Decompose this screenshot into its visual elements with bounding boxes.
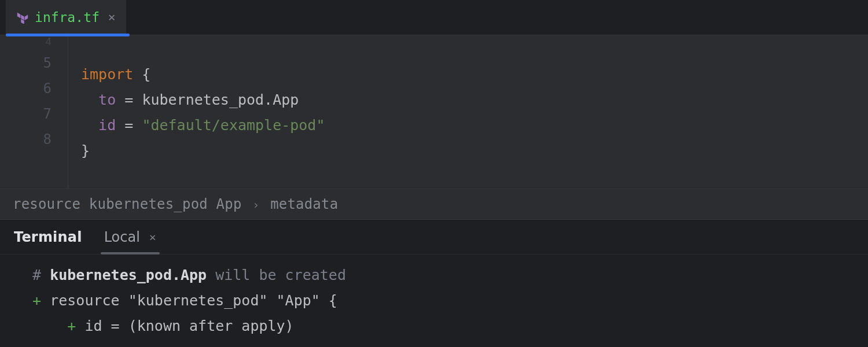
code-line[interactable]: to = kubernetes_pod.App	[81, 87, 325, 113]
terraform-icon	[16, 11, 29, 24]
code-content[interactable]: import { to = kubernetes_pod.App id = "d…	[68, 36, 325, 189]
terminal-output[interactable]: # kubernetes_pod.App will be created + r…	[0, 254, 868, 347]
code-area: 45678 import { to = kubernetes_pod.App i…	[0, 35, 868, 189]
panel-title[interactable]: Terminal	[14, 229, 82, 245]
line-number: 7	[0, 101, 52, 127]
svg-marker-0	[17, 13, 20, 19]
code-line[interactable]: import {	[81, 62, 325, 87]
terminal-line: + resource "kubernetes_pod" "App" {	[15, 288, 853, 313]
terminal-tab-local[interactable]: Local ×	[104, 220, 156, 254]
terminal-line: # kubernetes_pod.App will be created	[15, 263, 853, 288]
panel-tab-bar: Terminal Local ×	[0, 220, 868, 254]
line-number-gutter: 45678	[0, 36, 68, 189]
terminal-active-tab-indicator	[101, 252, 160, 254]
terminal-line: + id = (known after apply)	[15, 313, 853, 339]
editor-tab-bar: infra.tf ×	[0, 0, 868, 35]
line-number: 5	[0, 50, 52, 76]
code-line[interactable]: }	[81, 138, 325, 164]
close-icon[interactable]: ×	[149, 230, 156, 244]
terminal-panel: Terminal Local × # kubernetes_pod.App wi…	[0, 219, 868, 347]
code-editor[interactable]: 45678 import { to = kubernetes_pod.App i…	[0, 35, 868, 219]
editor-tab-infra-tf[interactable]: infra.tf ×	[6, 0, 126, 35]
line-number: 6	[0, 76, 52, 101]
svg-marker-2	[25, 14, 28, 20]
breadcrumb-seg[interactable]: App	[216, 196, 242, 212]
breadcrumb-seg[interactable]: resource	[13, 196, 80, 212]
line-number: 8	[0, 127, 52, 152]
breadcrumb[interactable]: resource kubernetes_pod App › metadata	[0, 189, 868, 219]
code-line[interactable]	[81, 36, 325, 62]
breadcrumb-seg[interactable]: metadata	[270, 196, 338, 212]
breadcrumb-seg[interactable]: kubernetes_pod	[89, 196, 208, 212]
close-icon[interactable]: ×	[108, 11, 115, 24]
ide-root: infra.tf × 45678 import { to = kubernete…	[0, 0, 868, 347]
line-number: 4	[0, 36, 52, 50]
editor-tab-label: infra.tf	[35, 10, 100, 25]
chevron-right-icon: ›	[250, 198, 262, 212]
terminal-tab-label: Local	[104, 229, 140, 245]
code-line[interactable]: id = "default/example-pod"	[81, 113, 325, 138]
